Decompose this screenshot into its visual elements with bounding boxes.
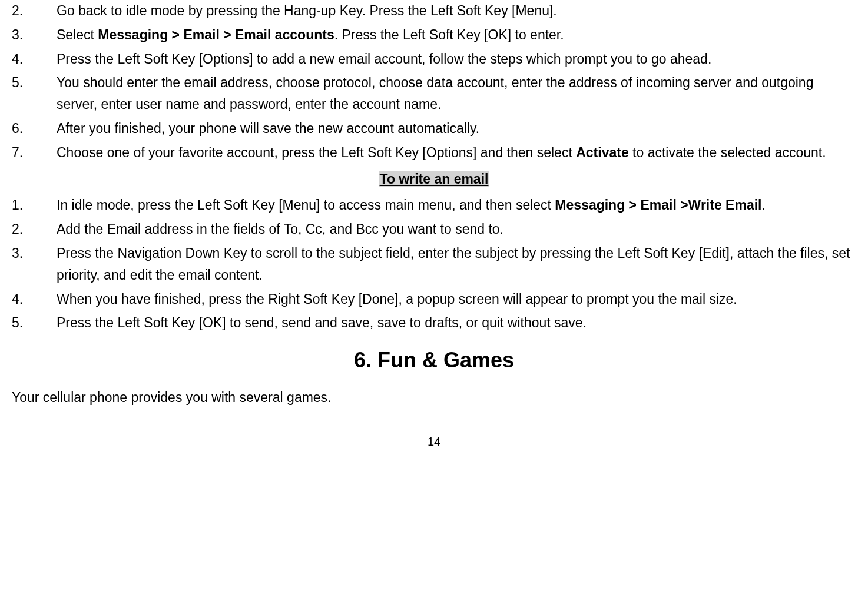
list-content: When you have finished, press the Right … (57, 288, 856, 310)
text-run: Press the Left Soft Key [Options] to add… (57, 51, 711, 67)
list-item: 4.Press the Left Soft Key [Options] to a… (12, 48, 856, 70)
page-number: 14 (12, 432, 856, 451)
list-content: Press the Left Soft Key [Options] to add… (57, 48, 856, 70)
list-item: 7.Choose one of your favorite account, p… (12, 142, 856, 164)
list-content: Add the Email address in the fields of T… (57, 218, 856, 240)
text-run: Add the Email address in the fields of T… (57, 221, 503, 237)
text-run: Messaging > Email >Write Email (555, 197, 761, 213)
list-content: You should enter the email address, choo… (57, 72, 856, 115)
section-heading-write-email: To write an email (12, 168, 856, 190)
text-run: Messaging > Email > Email accounts (98, 27, 334, 42)
list-number: 2. (12, 218, 57, 240)
list-content: Select Messaging > Email > Email account… (57, 24, 856, 46)
text-run: Go back to idle mode by pressing the Han… (57, 3, 557, 18)
list-number: 7. (12, 142, 57, 164)
list-number: 3. (12, 24, 57, 46)
text-run: Press the Left Soft Key [OK] to send, se… (57, 315, 587, 330)
text-run: After you finished, your phone will save… (57, 121, 479, 136)
list-number: 1. (12, 194, 57, 216)
list-content: Choose one of your favorite account, pre… (57, 142, 856, 164)
list-content: Press the Left Soft Key [OK] to send, se… (57, 312, 856, 334)
text-run: . (761, 197, 765, 213)
text-run: Select (57, 27, 98, 42)
list-number: 5. (12, 312, 57, 334)
list-item: 4.When you have finished, press the Righ… (12, 288, 856, 310)
list-item: 5.You should enter the email address, ch… (12, 72, 856, 115)
text-run: When you have finished, press the Right … (57, 291, 737, 307)
list-item: 5.Press the Left Soft Key [OK] to send, … (12, 312, 856, 334)
list-a: 2.Go back to idle mode by pressing the H… (12, 0, 856, 164)
list-item: 6.After you finished, your phone will sa… (12, 118, 856, 140)
list-content: After you finished, your phone will save… (57, 118, 856, 140)
list-number: 4. (12, 288, 57, 310)
list-number: 4. (12, 48, 57, 70)
list-number: 2. (12, 0, 57, 22)
text-run: to activate the selected account. (629, 145, 826, 160)
list-item: 2.Add the Email address in the fields of… (12, 218, 856, 240)
list-number: 5. (12, 72, 57, 115)
list-b: 1.In idle mode, press the Left Soft Key … (12, 194, 856, 334)
text-run: . Press the Left Soft Key [OK] to enter. (334, 27, 564, 42)
section-heading-text: To write an email (379, 171, 490, 187)
text-run: Choose one of your favorite account, pre… (57, 145, 576, 160)
text-run: Activate (576, 145, 628, 160)
list-item: 3.Select Messaging > Email > Email accou… (12, 24, 856, 46)
list-item: 3.Press the Navigation Down Key to scrol… (12, 243, 856, 286)
chapter-heading-fun-games: 6. Fun & Games (12, 343, 856, 377)
list-content: Press the Navigation Down Key to scroll … (57, 243, 856, 286)
list-item: 1.In idle mode, press the Left Soft Key … (12, 194, 856, 216)
list-number: 3. (12, 243, 57, 286)
text-run: Press the Navigation Down Key to scroll … (57, 245, 850, 283)
text-run: You should enter the email address, choo… (57, 75, 813, 112)
list-number: 6. (12, 118, 57, 140)
list-content: In idle mode, press the Left Soft Key [M… (57, 194, 856, 216)
list-content: Go back to idle mode by pressing the Han… (57, 0, 856, 22)
list-item: 2.Go back to idle mode by pressing the H… (12, 0, 856, 22)
body-paragraph: Your cellular phone provides you with se… (12, 387, 856, 409)
text-run: In idle mode, press the Left Soft Key [M… (57, 197, 555, 213)
